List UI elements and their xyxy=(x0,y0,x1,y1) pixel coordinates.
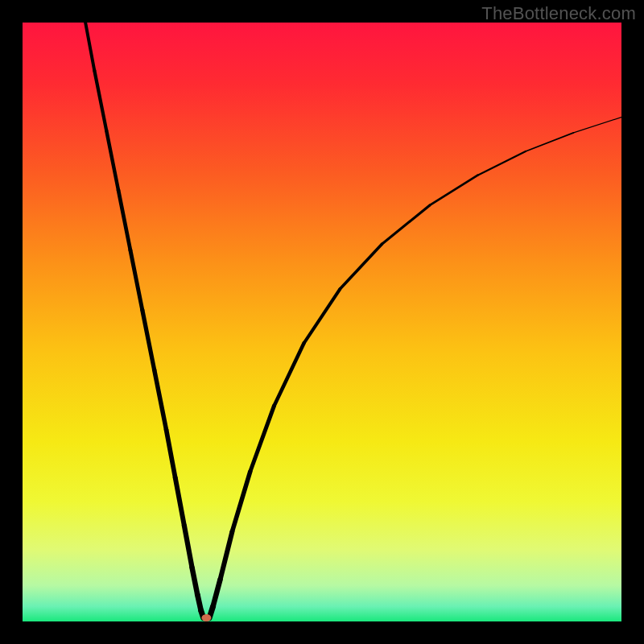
minimum-marker xyxy=(201,614,211,621)
chart-background xyxy=(23,23,621,621)
watermark-text: TheBottleneck.com xyxy=(481,3,636,24)
chart-outer: TheBottleneck.com xyxy=(0,0,644,644)
chart-plot-area xyxy=(23,23,621,621)
chart-svg xyxy=(23,23,621,621)
